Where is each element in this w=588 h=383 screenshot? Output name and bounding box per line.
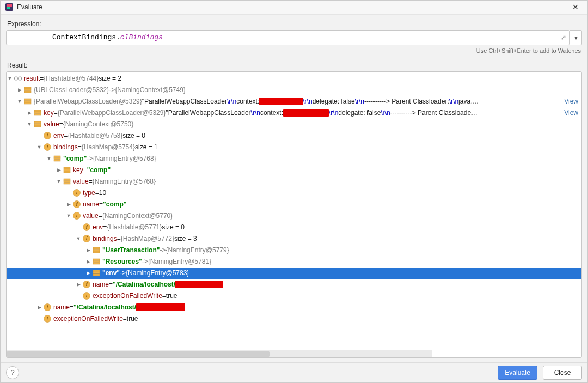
tree-row[interactable]: type = 10 xyxy=(7,187,581,199)
tree-row[interactable]: env = {Hashtable@5771} size = 0 xyxy=(7,222,581,233)
expand-arrow[interactable]: ▼ xyxy=(7,76,13,81)
tree-row[interactable]: ▼ {ParallelWebappClassLoader@5329} "Para… xyxy=(7,96,581,107)
object-icon xyxy=(63,166,71,174)
tree-row[interactable]: ▼ value = {NamingEntry@5768} xyxy=(7,176,581,187)
expand-arrow[interactable]: ▶ xyxy=(36,305,42,310)
result-panel: ▼ result = {Hashtable@5744} size = 2 ▶ {… xyxy=(6,71,582,358)
field-icon xyxy=(43,131,52,140)
tree-row[interactable]: ▼ bindings = {HashMap@5754} size = 1 xyxy=(7,142,581,153)
redacted xyxy=(136,303,185,311)
window-title: Evaluate xyxy=(17,3,568,11)
expand-arrow[interactable]: ▼ xyxy=(65,213,72,218)
tree-row[interactable]: ▶ "UserTransaction" -> {NamingEntry@5779… xyxy=(7,245,581,256)
tree-row[interactable]: ▶ name = "/Catalina/localhost/ xyxy=(7,302,581,313)
app-icon xyxy=(5,3,14,11)
expand-arrow[interactable]: ▼ xyxy=(36,144,42,150)
field-icon xyxy=(82,223,91,232)
tree-row[interactable]: ▼ value = {NamingContext@5750} xyxy=(7,119,581,130)
result-tree[interactable]: ▼ result = {Hashtable@5744} size = 2 ▶ {… xyxy=(7,72,581,357)
expand-arrow[interactable]: ▶ xyxy=(85,270,91,276)
field-icon xyxy=(82,280,91,289)
object-icon xyxy=(53,154,62,163)
tree-row[interactable]: exceptionOnFailedWrite = true xyxy=(7,313,581,325)
field-icon xyxy=(82,291,91,300)
tree-row[interactable]: ▼ "comp" -> {NamingEntry@5768} xyxy=(7,153,581,165)
expand-arrow[interactable]: ▼ xyxy=(75,236,82,241)
view-link[interactable]: View xyxy=(560,109,578,117)
field-icon xyxy=(43,303,52,312)
object-icon xyxy=(23,97,32,106)
tree-row[interactable]: ▶ name = "comp" xyxy=(7,199,581,210)
expand-arrow[interactable]: ▼ xyxy=(26,121,33,127)
tree-row[interactable]: ▶ {URLClassLoader@5332} -> {NamingContex… xyxy=(7,84,581,96)
view-link[interactable]: View xyxy=(560,98,578,105)
field-icon xyxy=(72,200,81,209)
expression-history-dropdown[interactable]: ▾ xyxy=(570,30,582,45)
tree-row-selected[interactable]: ▶ "env" -> {NamingEntry@5783} xyxy=(7,268,581,279)
object-icon xyxy=(92,257,101,266)
expand-arrow[interactable]: ▶ xyxy=(75,282,82,287)
field-icon xyxy=(72,189,81,197)
help-button[interactable]: ? xyxy=(6,366,19,379)
field-icon xyxy=(82,234,91,243)
evaluate-dialog: Evaluate ✕ Expression: ContextBindings.c… xyxy=(0,0,588,383)
chevron-down-icon: ▾ xyxy=(574,34,578,41)
button-bar: ? Evaluate Close xyxy=(1,362,587,382)
tree-row-result[interactable]: ▼ result = {Hashtable@5744} size = 2 xyxy=(7,73,581,84)
expression-input[interactable]: ContextBindings.clBindings ⤢ xyxy=(6,30,570,45)
tree-row[interactable]: ▼ bindings = {HashMap@5772} size = 3 xyxy=(7,233,581,245)
tree-row[interactable]: ▶ name = "/Catalina/localhost/ xyxy=(7,279,581,290)
tree-row[interactable]: env = {Hashtable@5753} size = 0 xyxy=(7,130,581,142)
expand-arrow[interactable]: ▼ xyxy=(46,156,52,161)
help-icon: ? xyxy=(10,368,14,376)
close-window-button[interactable]: ✕ xyxy=(568,3,583,11)
tree-row[interactable]: ▶ key = {ParallelWebappClassLoader@5329}… xyxy=(7,107,581,119)
tree-row[interactable]: ▶ key = "comp" xyxy=(7,165,581,176)
tree-row[interactable]: exceptionOnFailedWrite = true xyxy=(7,290,581,302)
redacted xyxy=(175,281,223,288)
tree-row[interactable]: ▼ value = {NamingContext@5770} xyxy=(7,210,581,222)
expand-arrow[interactable]: ▶ xyxy=(56,167,62,173)
titlebar: Evaluate ✕ xyxy=(1,1,587,15)
result-label: Result: xyxy=(7,62,581,69)
expand-arrow[interactable]: ▶ xyxy=(85,259,91,264)
var-name: result xyxy=(24,75,40,82)
dialog-body: Expression: ContextBindings.clBindings ⤢… xyxy=(1,15,587,362)
field-icon xyxy=(43,314,52,323)
object-icon xyxy=(92,246,101,254)
expand-arrow[interactable]: ▼ xyxy=(16,99,23,104)
object-icon xyxy=(63,177,71,186)
expand-arrow[interactable]: ▶ xyxy=(16,87,23,93)
tree-row[interactable]: ▶ "Resources" -> {NamingEntry@5781} xyxy=(7,256,581,268)
expand-arrow[interactable]: ▶ xyxy=(85,247,91,253)
close-button[interactable]: Close xyxy=(543,366,582,380)
field-icon xyxy=(72,211,81,220)
evaluate-button[interactable]: Evaluate xyxy=(498,366,537,380)
object-icon xyxy=(33,108,42,117)
scrollbar-thumb[interactable] xyxy=(7,351,270,357)
horizontal-scrollbar[interactable] xyxy=(7,350,432,357)
expand-icon[interactable]: ⤢ xyxy=(561,34,566,41)
object-icon xyxy=(23,86,32,94)
redacted xyxy=(283,109,329,117)
expand-arrow[interactable]: ▶ xyxy=(26,110,33,115)
expand-arrow[interactable]: ▶ xyxy=(65,202,72,207)
object-icon xyxy=(92,269,101,277)
field-icon xyxy=(43,143,52,151)
expand-arrow[interactable]: ▼ xyxy=(56,179,62,184)
expression-prefix: ContextBindings. xyxy=(52,33,120,41)
object-icon xyxy=(33,120,42,129)
watch-icon xyxy=(14,74,22,83)
expression-member: clBindings xyxy=(120,33,163,41)
redacted xyxy=(259,98,303,105)
